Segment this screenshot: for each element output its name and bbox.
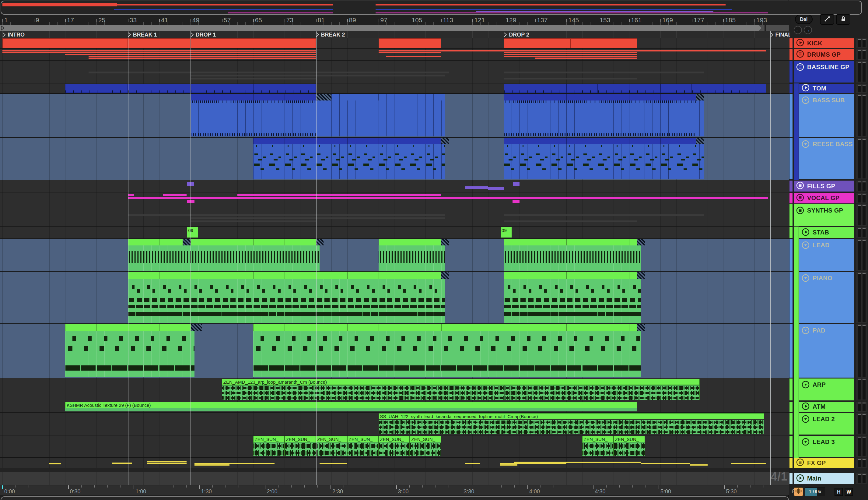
lock-icon <box>840 15 847 23</box>
lock-button[interactable] <box>836 14 850 25</box>
draw-mode-button[interactable] <box>820 14 834 25</box>
time-signature-display: 4/1 <box>743 470 788 483</box>
waveform-icon <box>795 488 802 496</box>
speed-value: 1.00x <box>805 488 825 496</box>
transport-chrome: Del ← → 4/1 <box>0 0 868 500</box>
playback-speed-field[interactable]: 1.00x <box>805 488 825 496</box>
history-forward-button[interactable]: → <box>804 26 812 34</box>
zoom-width-button[interactable]: W <box>845 488 853 496</box>
arrangement-window: 1917253341495765738189971051131211291371… <box>0 0 868 500</box>
arrow-left-icon: ← <box>796 27 800 33</box>
zoom-height-button[interactable]: H <box>834 488 843 496</box>
arrow-right-icon: → <box>806 27 810 33</box>
pencil-icon <box>824 15 831 23</box>
history-back-button[interactable]: ← <box>794 26 802 34</box>
delete-button[interactable]: Del <box>795 15 813 24</box>
audio-engine-button[interactable] <box>794 488 803 496</box>
